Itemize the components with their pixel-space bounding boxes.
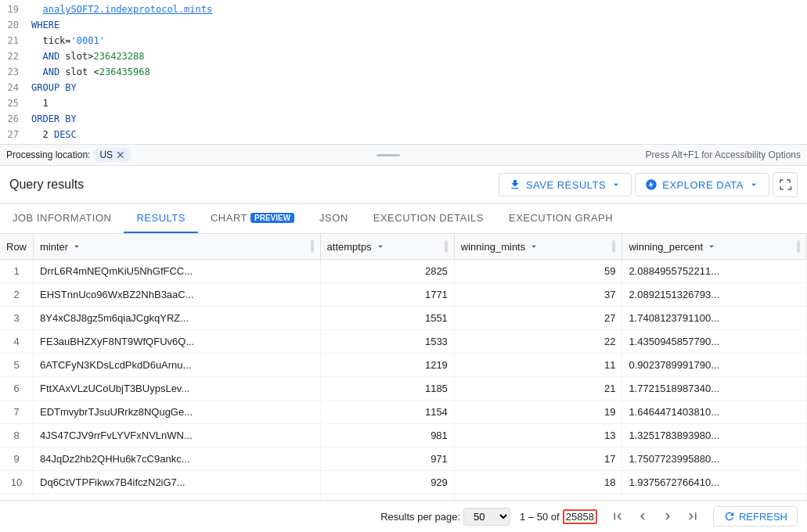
- cell-winning-percent: 1.9375672766410...: [622, 471, 807, 494]
- cell-winning-percent: 2.9082774049217: [622, 494, 807, 501]
- col-winning-percent[interactable]: winning_percent: [622, 234, 807, 260]
- line-text: analySOFT2.indexprotocol.mints: [25, 2, 212, 17]
- cell-row: 1: [0, 260, 34, 283]
- cell-attemptps: 1185: [320, 377, 454, 401]
- cell-minter: 8Y4xC8J8gz5m6qiaJCgkqYRZ...: [34, 307, 321, 330]
- cell-row: 9: [0, 448, 34, 471]
- line-number: 26: [0, 111, 25, 127]
- next-page-button[interactable]: [657, 505, 679, 527]
- sort-icon-3: [528, 241, 539, 252]
- remove-processing-location-button[interactable]: ✕: [116, 149, 125, 160]
- sort-icon-4: [706, 241, 717, 252]
- cell-minter: FE3auBHZXyF8NT9WfQFUv6Q...: [34, 330, 321, 354]
- results-title: Query results: [9, 178, 499, 192]
- tab-execution-graph[interactable]: EXECUTION GRAPH: [496, 204, 625, 233]
- sort-icon: [71, 241, 82, 252]
- col-resize-handle-3[interactable]: [612, 240, 615, 253]
- line-number: 25: [0, 95, 25, 111]
- cell-attemptps: 1771: [320, 283, 454, 307]
- table-row: 11 7uRURHAhutQ7UkY7uMeUKJs... 894 26 2.9…: [0, 494, 807, 501]
- code-line-21: 21 tick='0001': [0, 33, 807, 49]
- cell-attemptps: 929: [320, 471, 454, 494]
- cell-winning-percent: 0.9023789991790...: [622, 354, 807, 377]
- save-results-button[interactable]: SAVE RESULTS: [499, 173, 632, 196]
- explore-data-button[interactable]: EXPLORE DATA: [635, 173, 769, 196]
- tabs: JOB INFORMATION RESULTS CHART PREVIEW JS…: [0, 204, 807, 234]
- code-line-20: 20 WHERE: [0, 17, 807, 33]
- table-row: 9 84JqDz2hb2QHHu6k7cC9ankc... 971 17 1.7…: [0, 448, 807, 471]
- results-table: Row minter attemptps: [0, 234, 807, 500]
- pagination-buttons: [607, 505, 704, 527]
- cell-row: 2: [0, 283, 34, 307]
- line-text: AND slot <236435968: [25, 64, 150, 80]
- explore-icon: [645, 178, 657, 191]
- col-resize-handle-4[interactable]: [797, 240, 800, 253]
- preview-badge: PREVIEW: [250, 213, 294, 223]
- table-row: 1 DrrL6R4mNEQmKiU5NhGfFCC... 2825 59 2.0…: [0, 260, 807, 283]
- table-row: 2 EHSTnnUco96WxBZ2NhB3aaC... 1771 37 2.0…: [0, 283, 807, 307]
- code-line-24: 24 GROUP BY: [0, 80, 807, 95]
- table-container: Row minter attemptps: [0, 234, 807, 500]
- line-text: AND slot>236423288: [25, 49, 145, 64]
- col-winning-mints-label: winning_mints: [461, 241, 525, 253]
- line-text: tick='0001': [25, 33, 105, 49]
- per-page-select[interactable]: 50 25 100: [463, 508, 510, 526]
- code-line-23: 23 AND slot <236435968: [0, 64, 807, 80]
- cell-winning-mints: 13: [454, 424, 622, 448]
- refresh-label: REFRESH: [739, 511, 787, 523]
- code-line-22: 22 AND slot>236423288: [0, 49, 807, 64]
- cell-minter: 7uRURHAhutQ7UkY7uMeUKJs...: [34, 494, 321, 501]
- expand-button[interactable]: [773, 172, 798, 197]
- save-results-label: SAVE RESULTS: [526, 179, 606, 191]
- explore-data-label: EXPLORE DATA: [662, 179, 744, 191]
- prev-page-button[interactable]: [632, 505, 654, 527]
- line-text: WHERE: [25, 17, 59, 33]
- cell-minter: 4JS47CJV9rrFvLYVFxNVLnWN...: [34, 424, 321, 448]
- line-number: 22: [0, 49, 25, 64]
- line-text: 1: [25, 95, 49, 111]
- cell-attemptps: 1154: [320, 401, 454, 424]
- cell-attemptps: 1551: [320, 307, 454, 330]
- cell-row: 3: [0, 307, 34, 330]
- line-number: 21: [0, 33, 25, 49]
- collapse-handle[interactable]: [365, 154, 412, 156]
- pagination-range: 1 – 50 of: [520, 511, 560, 523]
- col-winning-mints[interactable]: winning_mints: [454, 234, 622, 260]
- tab-job-information[interactable]: JOB INFORMATION: [0, 204, 124, 233]
- cell-row: 8: [0, 424, 34, 448]
- tab-execution-graph-label: EXECUTION GRAPH: [509, 212, 613, 224]
- expand-icon: [778, 178, 792, 192]
- cell-winning-mints: 37: [454, 283, 622, 307]
- cell-winning-percent: 1.7408123791100...: [622, 307, 807, 330]
- cell-winning-mints: 26: [454, 494, 622, 501]
- tab-execution-details[interactable]: EXECUTION DETAILS: [361, 204, 496, 233]
- cell-row: 11: [0, 494, 34, 501]
- last-page-button[interactable]: [682, 505, 704, 527]
- processing-chip: US ✕: [93, 148, 131, 162]
- results-header: Query results SAVE RESULTS EXPLORE DATA: [0, 166, 807, 204]
- line-text: GROUP BY: [25, 80, 77, 95]
- processing-bar: Processing location: US ✕ Press Alt+F1 f…: [0, 145, 807, 166]
- cell-winning-mints: 19: [454, 401, 622, 424]
- cell-minter: 6ATCFyN3KDsLcdPkdD6uArnu...: [34, 354, 321, 377]
- table-row: 6 FttXAxVLzUCoUbjT3BUypsLev... 1185 21 1…: [0, 377, 807, 401]
- col-minter[interactable]: minter: [34, 234, 321, 260]
- chevron-down-icon: [611, 179, 621, 190]
- line-number: 23: [0, 64, 25, 80]
- tab-json-label: JSON: [319, 212, 348, 224]
- col-attemptps[interactable]: attemptps: [320, 234, 454, 260]
- first-page-button[interactable]: [607, 505, 629, 527]
- tab-results[interactable]: RESULTS: [124, 204, 198, 233]
- chevron-down-icon-2: [748, 179, 759, 190]
- col-resize-handle-2[interactable]: [445, 240, 448, 253]
- refresh-button[interactable]: REFRESH: [713, 506, 798, 527]
- cell-winning-mints: 22: [454, 330, 622, 354]
- tab-chart[interactable]: CHART PREVIEW: [198, 204, 307, 233]
- col-resize-handle[interactable]: [311, 240, 314, 253]
- header-actions: SAVE RESULTS EXPLORE DATA: [499, 172, 798, 197]
- cell-minter: EDTmvybrTJsuURrkz8NQugGe...: [34, 401, 321, 424]
- table-row: 7 EDTmvybrTJsuURrkz8NQugGe... 1154 19 1.…: [0, 401, 807, 424]
- cell-winning-percent: 1.3251783893980...: [622, 424, 807, 448]
- processing-location: US: [99, 149, 113, 160]
- tab-json[interactable]: JSON: [307, 204, 361, 233]
